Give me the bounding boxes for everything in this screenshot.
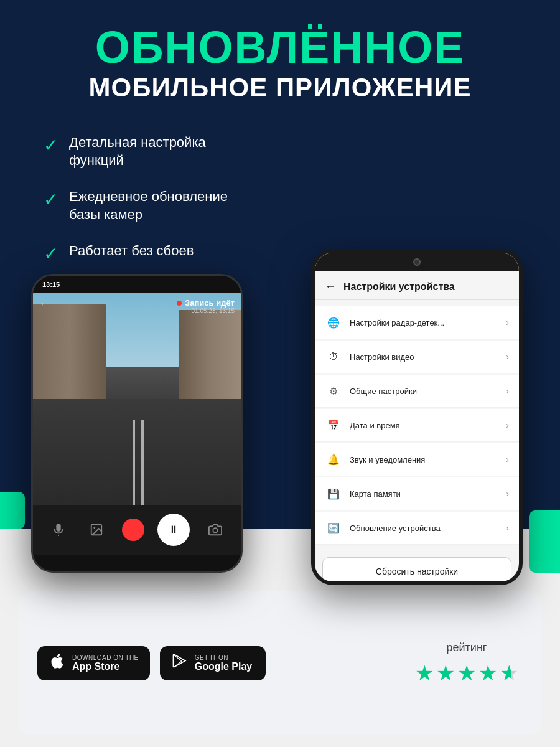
googleplay-big-label: Google Play [195, 661, 252, 672]
phone-time: 13:15 [42, 281, 60, 288]
settings-header: ← Настройки устройства [315, 271, 519, 300]
settings-item-radar[interactable]: 🌐 Настройки радар-детек... › [315, 306, 519, 339]
road-scene: Запись идёт 01.05.23, 13:15 ← [33, 293, 241, 505]
phone-notch: 13:15 [33, 276, 241, 293]
feature-item-2: ✓ Ежедневное обновлениебазы камер [44, 188, 529, 223]
settings-back-button[interactable]: ← [325, 280, 336, 293]
pause-button[interactable]: ⏸ [157, 514, 190, 546]
back-button[interactable]: ← [39, 298, 49, 309]
svg-point-2 [213, 528, 218, 532]
reset-settings-button[interactable]: Сбросить настройки [322, 557, 511, 585]
calendar-icon: 📅 [325, 416, 342, 434]
settings-item-sound-text: Звук и уведомления [350, 455, 506, 464]
star-3: ★ [457, 660, 476, 685]
settings-item-update[interactable]: 🔄 Обновление устройства › [315, 512, 519, 545]
star-1: ★ [415, 660, 434, 685]
settings-title: Настройки устройства [343, 281, 455, 293]
chevron-icon-3: › [506, 386, 509, 396]
bell-icon: 🔔 [325, 451, 342, 468]
recording-dot [177, 301, 182, 306]
recording-badge: Запись идёт 01.05.23, 13:15 [177, 298, 235, 314]
settings-item-general[interactable]: ⚙ Общие настройки › [315, 375, 519, 408]
road [33, 399, 241, 505]
recording-time: 01.05.23, 13:15 [191, 308, 235, 314]
road-line-2 [141, 420, 144, 505]
record-button[interactable] [122, 519, 144, 541]
appstore-button[interactable]: Download on the App Store [37, 646, 150, 680]
camera-button[interactable] [203, 517, 228, 542]
store-buttons-group: Download on the App Store GET IT ON Goog… [37, 646, 411, 680]
settings-item-datetime[interactable]: 📅 Дата и время › [315, 409, 519, 442]
googleplay-small-label: GET IT ON [195, 654, 252, 661]
controls-bar: ⏸ [33, 505, 241, 555]
recording-label: Запись идёт [185, 298, 235, 308]
googleplay-icon [171, 652, 189, 674]
settings-item-video[interactable]: ⏱ Настройки видео › [315, 341, 519, 374]
bottom-section: Download on the App Store GET IT ON Goog… [19, 591, 541, 735]
stars-display: ★ ★ ★ ★ ★ [415, 660, 518, 685]
radar-icon: 🌐 [325, 314, 342, 331]
googleplay-text: GET IT ON Google Play [195, 654, 252, 672]
feature-item-1: ✓ Детальная настройкафункций [44, 134, 529, 169]
sub-title: МОБИЛЬНОЕ ПРИЛОЖЕНИЕ [31, 73, 529, 103]
feature-text-2: Ежедневное обновлениебазы камер [69, 188, 228, 223]
gear-icon: ⚙ [325, 382, 342, 400]
update-icon: 🔄 [325, 519, 342, 537]
phone-settings: ← Настройки устройства 🌐 Настройки радар… [311, 249, 523, 585]
googleplay-button[interactable]: GET IT ON Google Play [160, 646, 266, 680]
header-section: ОБНОВЛЁННОЕ МОБИЛЬНОЕ ПРИЛОЖЕНИЕ [31, 25, 529, 103]
star-half: ★ [500, 660, 518, 685]
chevron-icon: › [506, 317, 509, 327]
phone-top-bar [315, 253, 519, 271]
chevron-icon-7: › [506, 523, 509, 533]
video-icon: ⏱ [325, 348, 342, 365]
settings-item-datetime-text: Дата и время [350, 421, 506, 430]
settings-item-video-text: Настройки видео [350, 352, 506, 362]
svg-point-1 [93, 527, 95, 529]
star-4: ★ [478, 660, 497, 685]
chevron-icon-5: › [506, 454, 509, 464]
settings-item-update-text: Обновление устройства [350, 524, 506, 533]
pause-icon: ⏸ [168, 524, 179, 537]
feature-text-1: Детальная настройкафункций [69, 134, 206, 169]
memory-icon: 💾 [325, 485, 342, 502]
appstore-big-label: App Store [72, 661, 139, 672]
settings-item-memory-text: Карта памяти [350, 489, 506, 499]
phones-section: 13:15 Запись идёт [19, 237, 541, 585]
apple-icon [49, 652, 66, 674]
chevron-icon-4: › [506, 420, 509, 430]
appstore-small-label: Download on the [72, 654, 139, 661]
settings-item-sound[interactable]: 🔔 Звук и уведомления › [315, 443, 519, 476]
dashcam-screen: Запись идёт 01.05.23, 13:15 ← [33, 293, 241, 505]
main-title: ОБНОВЛЁННОЕ [31, 25, 529, 70]
settings-list: 🌐 Настройки радар-детек... › ⏱ Настройки… [315, 300, 519, 551]
rating-label: рейтинг [447, 641, 487, 654]
settings-item-radar-text: Настройки радар-детек... [350, 318, 506, 327]
phone-camera-dot [413, 258, 421, 266]
road-line-1 [133, 420, 135, 505]
chevron-icon-6: › [506, 489, 509, 499]
gallery-button[interactable] [84, 517, 109, 542]
star-2: ★ [436, 660, 455, 685]
chevron-icon-2: › [506, 352, 509, 362]
mic-button[interactable] [46, 517, 71, 542]
check-icon-1: ✓ [44, 135, 58, 156]
rating-section: рейтинг ★ ★ ★ ★ ★ [411, 641, 523, 685]
appstore-text: Download on the App Store [72, 654, 139, 672]
settings-item-general-text: Общие настройки [350, 387, 506, 396]
settings-item-memory[interactable]: 💾 Карта памяти › [315, 477, 519, 510]
check-icon-2: ✓ [44, 189, 58, 210]
phone-dashcam: 13:15 Запись идёт [31, 274, 243, 573]
